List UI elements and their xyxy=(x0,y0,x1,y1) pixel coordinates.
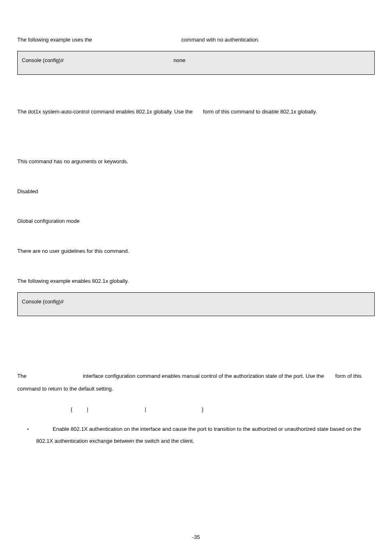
no-args: This command has no arguments or keyword… xyxy=(17,157,375,167)
desc-post: form of this command to disable 802.1x g… xyxy=(203,109,317,115)
code1-arg: none xyxy=(173,57,185,63)
intro-line: The following example uses the command w… xyxy=(17,35,375,45)
bullet-square-icon: ▪ xyxy=(27,423,36,447)
syntax-line: { | | } xyxy=(71,405,375,415)
brace-open: { xyxy=(71,406,72,412)
pc-mid: interface configuration command enables … xyxy=(83,373,324,379)
pipe-2: | xyxy=(145,406,146,412)
page-number: -35 xyxy=(0,532,392,543)
default-val: Disabled xyxy=(17,187,375,197)
example2-intro: The following example enables 802.1x glo… xyxy=(17,276,375,287)
code1-prompt: Console (config)# xyxy=(22,57,64,63)
command-mode: Global configuration mode xyxy=(17,216,375,227)
port-control-desc: The interface configuration command enab… xyxy=(17,370,375,395)
code2-prompt: Console (config)# xyxy=(22,298,64,305)
guidelines: There are no user guidelines for this co… xyxy=(17,246,375,257)
pipe-1: | xyxy=(87,406,88,412)
desc-pre: The dot1x system-auto-control command en… xyxy=(17,109,193,115)
intro-post: command with no authentication. xyxy=(181,37,259,43)
pc-pre: The xyxy=(17,373,26,379)
bullet-item: ▪ Enable 802.1X authentication on the in… xyxy=(27,423,375,447)
code-block-1: Console (config)# none xyxy=(17,51,375,75)
code-block-2: Console (config)# xyxy=(17,292,375,317)
bullet-text: Enable 802.1X authentication on the inte… xyxy=(36,423,375,447)
brace-close: } xyxy=(202,406,203,412)
bullet-text-content: Enable 802.1X authentication on the inte… xyxy=(36,426,361,444)
intro-pre: The following example uses the xyxy=(17,37,92,43)
desc-line: The dot1x system-auto-control command en… xyxy=(17,107,375,117)
